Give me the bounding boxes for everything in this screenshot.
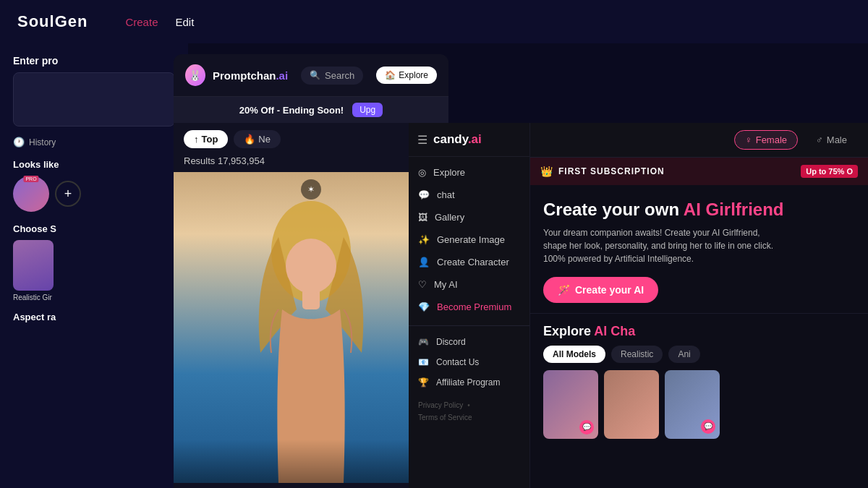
soulgen-history[interactable]: 🕐 History bbox=[13, 137, 175, 147]
generate-icon: ✨ bbox=[418, 234, 430, 245]
candy-nav-affiliate[interactable]: 🏆 Affiliate Program bbox=[409, 372, 529, 393]
candy-create-char-label: Create Character bbox=[437, 257, 509, 267]
promptchan-new-filter[interactable]: 🔥 Ne bbox=[234, 130, 281, 148]
gallery-icon: 🖼 bbox=[418, 212, 427, 223]
contact-icon: 📧 bbox=[418, 357, 429, 367]
discord-icon: 🎮 bbox=[418, 337, 429, 347]
privacy-link[interactable]: Privacy Policy bbox=[418, 401, 463, 409]
soulgen-avatar-row: PRO + bbox=[13, 176, 175, 212]
promptchan-logo-text: Promptchan.ai bbox=[213, 69, 288, 82]
soulgen-prompt-label: Enter pro bbox=[13, 55, 175, 67]
candy-nav-premium[interactable]: 💎 Become Premium bbox=[409, 296, 529, 318]
soulgen-create-nav[interactable]: Create bbox=[125, 16, 158, 28]
candy-create-ai-button[interactable]: 🪄 Create your AI bbox=[543, 277, 658, 303]
candy-nav: ◎ Explore 💬 chat 🖼 Gallery ✨ Generate Im… bbox=[409, 157, 529, 322]
promptchan-explore-button[interactable]: 🏠 Explore bbox=[376, 67, 437, 84]
candy-footer-links: Privacy Policy • Terms of Service bbox=[409, 395, 529, 427]
candy-explore-title: Explore AI Cha bbox=[543, 324, 855, 339]
candy-model-card-1[interactable]: 💬 bbox=[543, 370, 598, 439]
affiliate-icon: 🏆 bbox=[418, 377, 429, 388]
soulgen-looks-label: Looks like bbox=[13, 159, 175, 170]
candy-gender-bar: ♀ Female ♂ Male bbox=[530, 123, 868, 158]
terms-link[interactable]: Terms of Service bbox=[418, 414, 472, 421]
candy-sidebar: ☰ candy.ai ◎ Explore 💬 chat 🖼 Gallery ✨ … bbox=[409, 123, 530, 488]
svg-point-2 bbox=[286, 239, 336, 294]
soulgen-avatar: PRO bbox=[13, 176, 49, 212]
create-char-icon: 👤 bbox=[418, 257, 430, 267]
explore-icon: ◎ bbox=[418, 167, 426, 178]
my-ai-icon: ♡ bbox=[418, 279, 427, 290]
pro-badge: PRO bbox=[23, 176, 38, 182]
add-character-button[interactable]: + bbox=[55, 181, 81, 207]
candy-hero-section: Create your own AI Girlfriend Your dream… bbox=[530, 185, 868, 313]
soulgen-char-row bbox=[13, 240, 175, 291]
candy-male-button[interactable]: ♂ Male bbox=[805, 130, 858, 150]
candy-nav-explore[interactable]: ◎ Explore bbox=[409, 161, 529, 184]
candy-nav-create-character[interactable]: 👤 Create Character bbox=[409, 251, 529, 273]
premium-icon: 💎 bbox=[418, 301, 430, 312]
promptchan-filters: ↑ Top 🔥 Ne bbox=[174, 123, 448, 155]
candy-nav-generate[interactable]: ✨ Generate Image bbox=[409, 228, 529, 251]
candy-model-grid: 💬 💬 bbox=[543, 370, 855, 439]
soulgen-panel: Enter pro 🕐 History Looks like PRO + Cho… bbox=[0, 43, 188, 488]
all-models-filter-button[interactable]: All Models bbox=[543, 346, 605, 363]
promptchan-banner-text: 20% Off - Ending Soon! bbox=[239, 105, 344, 116]
promptchan-banner: 20% Off - Ending Soon! Upg bbox=[174, 97, 448, 123]
soulgen-nav: Create Edit bbox=[125, 16, 194, 28]
clock-icon: 🕐 bbox=[13, 137, 25, 147]
promptchan-window: 🐰 Promptchan.ai 🔍 Search 🏠 Explore 20% O… bbox=[174, 54, 448, 488]
candy-divider bbox=[409, 325, 529, 326]
anime-filter-button[interactable]: Ani bbox=[668, 346, 699, 363]
candy-nav-gallery[interactable]: 🖼 Gallery bbox=[409, 206, 529, 228]
candy-female-button[interactable]: ♀ Female bbox=[734, 130, 798, 150]
male-symbol-icon: ♂ bbox=[816, 134, 823, 145]
soulgen-prompt-input[interactable] bbox=[13, 72, 175, 127]
soulgen-topbar: SoulGen Create Edit bbox=[0, 0, 868, 43]
candy-subscription-banner: 👑 FIRST SUBSCRIPTION Up to 75% O bbox=[530, 158, 868, 185]
candy-chat-label: chat bbox=[437, 189, 455, 200]
soulgen-aspect-label: Aspect ra bbox=[13, 312, 175, 322]
candy-logo: candy.ai bbox=[433, 132, 482, 147]
promptchan-search-text: Search bbox=[325, 70, 354, 81]
soulgen-char-thumb[interactable] bbox=[13, 240, 54, 291]
candy-sub-left: 👑 FIRST SUBSCRIPTION bbox=[540, 166, 665, 177]
soulgen-edit-nav[interactable]: Edit bbox=[175, 16, 194, 28]
female-symbol-icon: ♀ bbox=[745, 134, 752, 145]
promptchan-results-count: Results 17,953,954 bbox=[174, 155, 448, 172]
candy-model-filters: All Models Realistic Ani bbox=[543, 346, 855, 363]
soulgen-choose-label: Choose S bbox=[13, 223, 175, 234]
candy-hero-description: Your dream companion awaits! Create your… bbox=[543, 226, 775, 265]
promptchan-header: 🐰 Promptchan.ai 🔍 Search 🏠 Explore bbox=[174, 54, 448, 97]
candy-main-content: ♀ Female ♂ Male 👑 FIRST SUBSCRIPTION Up … bbox=[530, 123, 868, 488]
promptchan-upgrade-button[interactable]: Upg bbox=[352, 103, 383, 117]
candy-nav-chat[interactable]: 💬 chat bbox=[409, 184, 529, 206]
candy-hero-title: Create your own AI Girlfriend bbox=[543, 200, 855, 221]
candy-footer-nav: 🎮 Discord 📧 Contact Us 🏆 Affiliate Progr… bbox=[409, 329, 529, 395]
promptchan-img-overlay bbox=[174, 440, 448, 483]
promptchan-top-filter[interactable]: ↑ Top bbox=[184, 130, 228, 148]
promptchan-user-badge: ✶ bbox=[301, 179, 321, 200]
candy-header: ☰ candy.ai bbox=[409, 123, 529, 157]
candy-model-card-3[interactable]: 💬 bbox=[665, 370, 720, 439]
soulgen-logo: SoulGen bbox=[17, 12, 88, 31]
candy-model-card-2[interactable] bbox=[604, 370, 659, 439]
candy-nav-contact[interactable]: 📧 Contact Us bbox=[409, 352, 529, 372]
promptchan-image-area: ✶ bbox=[174, 172, 448, 483]
candy-menu-icon[interactable]: ☰ bbox=[417, 133, 427, 147]
soulgen-char-name: Realistic Gir bbox=[13, 294, 54, 301]
promptchan-search-box[interactable]: 🔍 Search bbox=[301, 67, 363, 85]
crown-icon: 👑 bbox=[540, 166, 553, 177]
candy-sub-badge: Up to 75% O bbox=[801, 165, 858, 178]
chat-icon: 💬 bbox=[418, 189, 430, 200]
promptchan-logo-icon: 🐰 bbox=[185, 64, 205, 86]
candy-nav-discord[interactable]: 🎮 Discord bbox=[409, 332, 529, 352]
candy-sub-text: FIRST SUBSCRIPTION bbox=[558, 166, 665, 176]
candy-nav-my-ai[interactable]: ♡ My AI bbox=[409, 273, 529, 296]
realistic-filter-button[interactable]: Realistic bbox=[611, 346, 663, 363]
wand-icon: 🪄 bbox=[558, 284, 570, 296]
candy-explore-section: Explore AI Cha All Models Realistic Ani … bbox=[530, 313, 868, 446]
search-icon: 🔍 bbox=[310, 70, 320, 80]
